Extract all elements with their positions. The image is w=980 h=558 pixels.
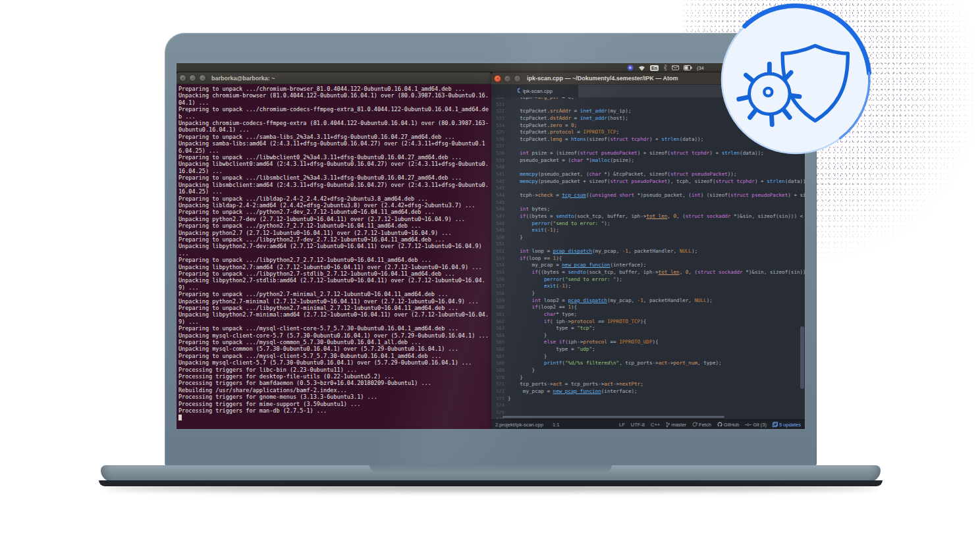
terminal-line: Preparing to unpack .../python2.7-dev_2.… [178,209,490,215]
fetch-button[interactable]: Fetch [692,422,711,428]
code-line: 573} [491,395,805,403]
code-text: int bytes; [508,206,550,213]
virus-shield-badge [717,1,874,158]
terminal-line: Preparing to unpack .../libpython2.7_2.7… [178,257,490,263]
code-text: } [508,374,523,382]
terminal-line: Preparing to unpack .../samba-libs_2%3a4… [178,134,490,140]
code-line: 553 if(loop == 1){ [491,255,805,263]
maximize-icon[interactable]: ▫ [514,75,521,82]
code-text: } [508,367,535,374]
line-number: 549 [491,227,508,234]
line-number: 555 [491,269,508,276]
code-line: 570 } [491,374,805,382]
bluetooth-icon[interactable] [663,64,667,71]
code-line: 561 char* type; [491,311,805,318]
laptop-base-notch [369,465,612,472]
code-line: 557 exit(-1); [491,283,805,290]
code-text: perror("send to error: "); [508,220,610,228]
line-number: 551 [491,241,508,248]
code-line: 546 int bytes; [491,206,805,213]
code-line: 562 if( iph->protocol == IPPROTO_TCP){ [491,318,805,326]
code-line: 555 if((bytes = sendto(sock_tcp, buffer,… [491,269,805,276]
keyboard-layout-indicator[interactable]: En [650,65,659,71]
code-text: if(loop2 == 1){ [508,304,577,311]
language-indicator[interactable]: C++ [651,422,660,428]
code-text: pseudo_packet = (char *)malloc(psize); [508,157,634,165]
line-number: 556 [491,276,508,284]
cursor-position[interactable]: 1:1 [553,422,559,428]
minimize-icon[interactable]: − [189,74,196,82]
code-text: type = "udp"; [508,346,595,353]
code-text: printf("%d/%s filtered\n", tcp_ports->ac… [508,360,722,367]
encoding-indicator[interactable]: UTF-8 [631,422,645,428]
terminal-line: Preparing to unpack .../mysql-common_5.7… [178,339,490,345]
updates-button[interactable]: 5 updates [773,422,801,428]
wifi-icon[interactable] [638,65,645,71]
file-path[interactable]: 2.projekt/ipk-scan.cpp [495,422,543,428]
line-ending-indicator[interactable]: LF [619,422,625,428]
git-branch-indicator[interactable]: master [666,422,686,428]
code-line: 572 my_pcap = new_pcap_funcion(interface… [491,388,805,395]
terminal-line: Unpacking libpython2.7-minimal:amd64 (2.… [178,311,490,325]
vertical-scrollbar[interactable] [800,326,804,389]
terminal-line: Rebuilding /usr/share/applications/bamf-… [178,387,490,393]
line-number: 558 [491,290,508,297]
minimize-icon[interactable]: − [504,75,511,82]
terminal-line: Unpacking mysql-client-core-5.7 (5.7.30-… [178,332,490,339]
battery-icon[interactable] [684,65,692,70]
line-number: 573 [491,395,508,403]
code-text: } [508,290,535,297]
maximize-icon[interactable]: ▫ [199,74,206,82]
line-number: 552 [491,248,508,255]
branch-icon [666,422,670,428]
mail-icon[interactable] [672,65,679,70]
close-icon[interactable]: × [179,74,186,82]
terminal-line: Preparing to unpack .../libsmbclient_2%3… [178,174,490,181]
code-line: 549 exit(-1); [491,227,805,234]
line-number: 544 [491,192,508,199]
code-line: 541 memcpy(pseudo_packet, (char *) &tcpP… [491,171,805,178]
line-number: 547 [491,213,508,220]
terminal-window: × − ▫ barborka@barborka: ~ Preparing to … [177,72,491,429]
tab-ipk-scan[interactable]: C ipk-scan.cpp [491,85,578,97]
git-changes-button[interactable]: Git (3) [745,422,767,428]
terminal-title: barborka@barborka: ~ [211,75,275,82]
terminal-line: Unpacking libsmbclient:amd64 (2:4.3.11+d… [178,182,490,195]
close-icon[interactable]: × [494,75,501,82]
code-line: 544 tcph->check = tcp_csum((unsigned sho… [491,192,805,199]
cpp-file-icon: C [517,88,520,94]
code-line: 568 printf("%d/%s filtered\n", tcp_ports… [491,360,805,367]
terminal-line: Unpacking samba-libs:amd64 (2:4.3.11+dfs… [178,140,490,154]
code-text: type = "tcp"; [508,325,595,332]
horizontal-scrollbar[interactable] [503,416,724,418]
line-number: 564 [491,332,508,340]
terminal-line: Preparing to unpack .../libwbclient0_2%3… [178,154,490,161]
code-line: 540 [491,164,805,171]
code-text: } [508,332,547,340]
github-button[interactable]: GitHub [717,422,739,428]
code-text: if((bytes = sendto(sock_tcp, buffer, iph… [508,269,805,276]
line-number: 566 [491,346,508,353]
line-number: 553 [491,255,508,263]
code-line: 560 if(loop2 == 1){ [491,304,805,311]
terminal-line: Unpacking libpython2.7:amd64 (2.7.12-1ub… [178,264,490,270]
terminal-line: Preparing to unpack .../mysql-client-cor… [178,325,490,332]
terminal-line: Processing triggers for bamfdaemon (0.5.… [178,380,490,386]
line-number: 575 [491,409,508,417]
line-number: 565 [491,339,508,346]
terminal-line: Unpacking libldap-2.4-2:amd64 (2.4.42+df… [178,202,490,209]
code-text: char* type; [508,311,577,318]
app-indicator-icon[interactable] [627,64,634,71]
terminal-output[interactable]: Preparing to unpack .../chromium-browser… [177,84,491,429]
code-line: 566 type = "udp"; [491,346,805,353]
line-number: 531 [491,101,508,109]
line-number: 532 [491,108,508,115]
terminal-line: Preparing to unpack .../libpython2.7-min… [178,305,490,311]
terminal-line: Unpacking python2.7-dev (2.7.12-1ubuntu0… [178,216,490,222]
atom-status-bar: 2.projekt/ipk-scan.cpp 1:1 LF UTF-8 C++ [491,419,805,429]
code-text: int loop2 = pcap_dispatch(my_pcap, -1, p… [508,297,713,305]
line-number: 554 [491,262,508,269]
code-line: 567 } [491,353,805,361]
battery-percentage: (34 [697,65,704,71]
code-line: 542 memcpy(pseudo_packet + sizeof(struct… [491,178,805,186]
